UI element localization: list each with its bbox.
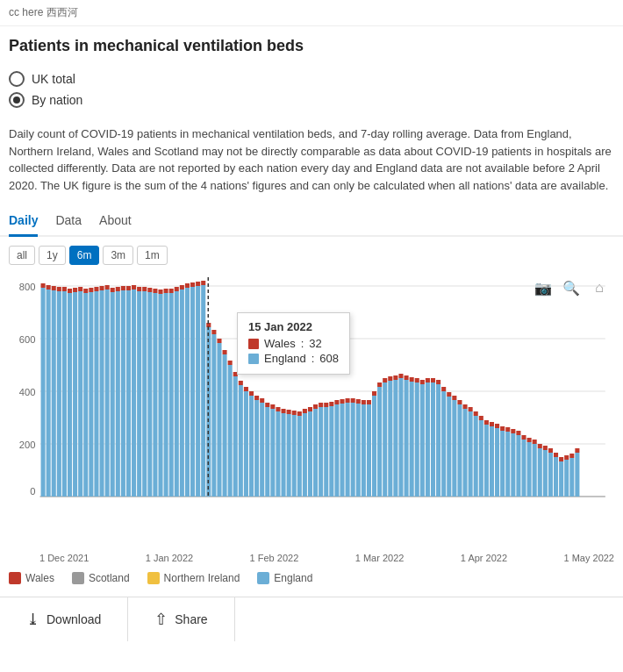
- svg-rect-107: [297, 411, 302, 416]
- svg-rect-206: [564, 460, 569, 497]
- svg-rect-141: [388, 376, 392, 381]
- time-btn-3m[interactable]: 3m: [103, 246, 133, 265]
- radio-group: UK total By nation: [0, 62, 623, 117]
- svg-text:800: 800: [19, 282, 36, 292]
- svg-rect-202: [554, 457, 558, 497]
- svg-rect-43: [126, 286, 131, 290]
- chart-container: 📷 🔍 ⌂ 800 600 400 200 0: [0, 268, 623, 549]
- svg-rect-204: [559, 461, 563, 497]
- tab-daily[interactable]: Daily: [9, 206, 38, 237]
- svg-rect-92: [260, 403, 264, 497]
- download-button[interactable]: ⤓ Download: [0, 597, 128, 641]
- svg-rect-30: [94, 291, 98, 497]
- svg-rect-35: [105, 285, 110, 290]
- svg-rect-160: [441, 391, 446, 497]
- svg-rect-176: [484, 425, 489, 497]
- svg-rect-33: [100, 286, 104, 290]
- svg-rect-114: [319, 407, 323, 497]
- chart-area: 800 600 400 200 0: [9, 277, 614, 532]
- svg-rect-95: [265, 403, 269, 407]
- svg-rect-205: [559, 457, 563, 461]
- svg-rect-166: [457, 404, 462, 497]
- svg-rect-61: [175, 287, 179, 291]
- svg-rect-118: [329, 406, 333, 497]
- svg-rect-74: [211, 334, 216, 497]
- radio-by-nation[interactable]: By nation: [9, 92, 614, 108]
- svg-rect-148: [410, 382, 414, 497]
- svg-rect-17: [57, 287, 61, 291]
- radio-uk-total[interactable]: UK total: [9, 71, 614, 87]
- svg-rect-108: [303, 413, 307, 497]
- svg-rect-167: [457, 400, 462, 404]
- svg-rect-113: [313, 404, 318, 409]
- tab-data[interactable]: Data: [55, 206, 82, 237]
- tooltip-england-value: 608: [319, 352, 339, 365]
- svg-rect-187: [511, 429, 515, 433]
- svg-rect-96: [270, 409, 275, 497]
- svg-rect-78: [223, 354, 227, 497]
- legend-item-england: England: [257, 572, 312, 584]
- share-icon: ⇧: [154, 610, 168, 629]
- svg-rect-25: [78, 287, 82, 291]
- svg-rect-45: [132, 285, 136, 290]
- svg-rect-195: [533, 440, 537, 444]
- svg-rect-196: [538, 448, 542, 497]
- svg-rect-138: [383, 382, 387, 497]
- chart-svg[interactable]: 800 600 400 200 0: [9, 277, 614, 505]
- time-btn-all[interactable]: all: [9, 246, 35, 265]
- svg-rect-173: [474, 411, 478, 416]
- svg-rect-112: [313, 409, 318, 497]
- svg-rect-86: [244, 391, 248, 497]
- svg-rect-210: [575, 453, 579, 497]
- share-button[interactable]: ⇧ Share: [128, 597, 234, 641]
- svg-rect-21: [68, 289, 72, 293]
- svg-rect-80: [228, 365, 233, 497]
- svg-rect-201: [548, 448, 553, 453]
- svg-rect-40: [121, 290, 125, 497]
- svg-rect-11: [41, 283, 46, 288]
- svg-rect-60: [175, 291, 179, 497]
- legend-item-wales: Wales: [9, 572, 54, 584]
- svg-rect-56: [164, 293, 168, 497]
- x-label-4: 1 Apr 2022: [461, 553, 507, 563]
- svg-rect-124: [346, 403, 350, 497]
- svg-rect-84: [239, 385, 243, 497]
- svg-rect-185: [505, 427, 510, 432]
- top-bar: cc here 西西河: [0, 0, 623, 26]
- legend-label-ni: Northern Ireland: [164, 572, 240, 584]
- download-label: Download: [47, 612, 101, 626]
- time-btn-6m[interactable]: 6m: [69, 246, 100, 265]
- tooltip-england-colon: :: [312, 352, 315, 365]
- svg-rect-177: [484, 420, 489, 425]
- svg-rect-159: [436, 380, 440, 384]
- svg-rect-203: [554, 453, 558, 457]
- svg-rect-62: [180, 290, 184, 497]
- svg-rect-163: [447, 392, 451, 397]
- radio-circle-nation: [9, 92, 25, 108]
- svg-text:400: 400: [19, 387, 36, 397]
- svg-rect-115: [319, 403, 323, 407]
- svg-rect-188: [516, 435, 520, 497]
- svg-rect-66: [190, 287, 195, 497]
- svg-rect-132: [367, 404, 371, 497]
- svg-rect-97: [270, 404, 275, 409]
- page-title: Patients in mechanical ventilation beds: [0, 26, 623, 62]
- svg-rect-51: [147, 288, 152, 292]
- tooltip-wales-swatch: [248, 339, 259, 349]
- tab-about[interactable]: About: [99, 206, 132, 237]
- description-text: Daily count of COVID-19 patients in mech…: [0, 117, 623, 206]
- svg-rect-168: [463, 409, 468, 497]
- svg-rect-174: [479, 420, 483, 497]
- svg-rect-192: [527, 442, 532, 497]
- svg-rect-147: [405, 375, 409, 380]
- time-btn-1y[interactable]: 1y: [39, 246, 66, 265]
- radio-label-nation: By nation: [32, 93, 82, 107]
- svg-rect-130: [362, 404, 366, 497]
- svg-rect-186: [511, 433, 515, 497]
- x-label-5: 1 May 2022: [564, 553, 614, 563]
- svg-rect-149: [410, 377, 414, 382]
- svg-rect-165: [452, 396, 456, 400]
- time-btn-1m[interactable]: 1m: [137, 246, 168, 265]
- x-label-0: 1 Dec 2021: [39, 553, 89, 563]
- svg-rect-65: [185, 283, 190, 288]
